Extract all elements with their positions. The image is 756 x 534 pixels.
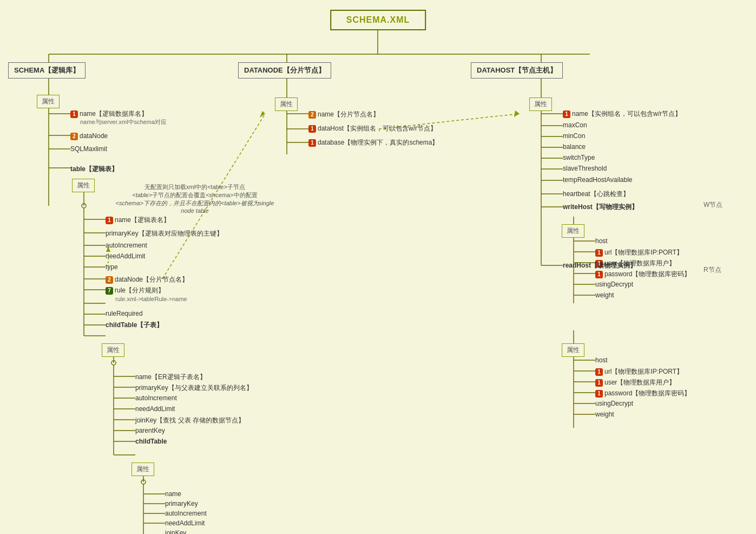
childtable2-name: name (165, 490, 181, 498)
writehost-usingdecrypt-attr: usingDecrypt (595, 281, 633, 288)
table-childtable-attr: childTable【子表】 (106, 321, 163, 330)
childtable-name-attr: name【ER逻辑子表名】 (135, 373, 206, 382)
writehost-password-attr: 1password【物理数据库密码】 (595, 270, 691, 279)
r-node-label: R节点 (704, 265, 721, 275)
schema-name-desc: name与server.xml中schema对应 (80, 118, 167, 126)
table-primarykey-attr: primaryKey【逻辑表对应物理表的主键】 (106, 229, 223, 238)
table-autoincrement-attr: autoIncrement (106, 242, 147, 249)
writehost-url-attr: 1url【物理数据库IP:PORT】 (595, 248, 683, 257)
datahost-mincon-attr: minCon (563, 132, 585, 140)
title-text: SCHEMA.XML (346, 15, 410, 24)
writehost-host-attr: host (595, 237, 608, 245)
datahost-heartbeat-attr: heartbeat【心跳检查】 (563, 190, 629, 199)
datanode-section-header: DATANODE【分片节点】 (238, 62, 331, 79)
childtable-parentkey-attr: parentKey (135, 427, 165, 434)
childtable2-needaddlimit: needAddLimit (165, 519, 205, 527)
datahost-maxcon-attr: maxCon (563, 121, 587, 129)
writehost-weight-attr: weight (595, 291, 614, 299)
schema-section-header: SCHEMA【逻辑库】 (8, 62, 86, 79)
childtable-primarykey-attr: primaryKey【与父表建立关联系的列名】 (135, 383, 253, 393)
table-datanode-attr: 2dataNode【分片节点名】 (106, 275, 188, 284)
datahost-section-header: DATAHOST【节点主机】 (471, 62, 563, 79)
schema-attr-box: 属性 (37, 95, 60, 108)
table-type-attr: type (106, 263, 118, 271)
childtable-needaddlimit-attr: needAddLimit (135, 405, 175, 413)
readhost-url-attr: 1url【物理数据库IP:PORT】 (595, 367, 683, 376)
datahost-switchtype-attr: switchType (563, 154, 595, 161)
datahost-name-attr: 1name【实例组名，可以包含w/r节点】 (563, 109, 681, 119)
table-needaddlimit-attr: needAddLimit (106, 252, 145, 260)
childtable2-autoincrement: autoIncrement (165, 510, 207, 517)
datahost-balance-attr: balance (563, 143, 586, 151)
childtable2-joinkey: joinKey (165, 529, 186, 534)
table-rule-attr: 7rule【分片规则】 (106, 286, 165, 295)
page-title: SCHEMA.XML (330, 10, 426, 30)
childtable-joinkey-attr: joinKey【查找 父表 存储的数据节点】 (135, 416, 245, 425)
childtable-attr-box: 属性 (102, 343, 124, 357)
readhost-password-attr: 1password【物理数据库密码】 (595, 389, 691, 398)
datahost-attr-box: 属性 (529, 97, 552, 111)
readhost-host-attr: host (595, 356, 608, 364)
childtable2-primarykey: primaryKey (165, 500, 198, 507)
datahost-tempreadhosta-attr: tempReadHostAvailable (563, 176, 633, 184)
schema-sqlmaxlimit: SQLMaxlimit (70, 145, 107, 153)
readhost-usingdecrypt-attr: usingDecrypt (595, 400, 633, 407)
readhost-weight-attr: weight (595, 411, 614, 418)
datanode-attr-box: 属性 (275, 97, 298, 111)
table-rulerequired-attr: ruleRequired (106, 310, 143, 317)
readhost-attr-box: 属性 (562, 343, 584, 357)
datanode-database-attr: 1database【物理实例下，真实的schema】 (308, 138, 438, 147)
datanode-datahost-attr: 1dataHost【实例组名，可以包含w/r节点】 (308, 124, 437, 133)
table-label: table【逻辑表】 (70, 165, 118, 174)
table-rule-desc: rule.xml->tableRule->name (115, 296, 187, 302)
table-attr-box: 属性 (72, 179, 95, 192)
readhost-label: readHost【读物理实例】 (563, 261, 636, 270)
w-node-label: W节点 (704, 200, 722, 210)
datanode-name-attr: 2name【分片节点名】 (308, 110, 379, 119)
childtable-autoincrement-attr: autoIncrement (135, 394, 177, 402)
schema-datanode-attr: 2dataNode (70, 132, 108, 140)
datahost-writehost-attr: writeHost【写物理实例】 (563, 203, 638, 212)
schema-name-attr: 1name【逻辑数据库名】 (70, 109, 148, 119)
readhost-user-attr: 1user【物理数据库用户】 (595, 378, 675, 387)
writehost-attr-box: 属性 (562, 224, 584, 238)
table-name-attr: 1name【逻辑表名】 (106, 216, 170, 225)
annotation-1: 无配置则只加载xml中的<table>子节点 <table>子节点的配置会覆盖<… (108, 183, 281, 214)
datahost-slavethreshold-attr: slaveThreshold (563, 165, 607, 172)
childtable2-attr-box: 属性 (132, 463, 154, 476)
childtable-childtable-attr: childTable (135, 438, 167, 445)
